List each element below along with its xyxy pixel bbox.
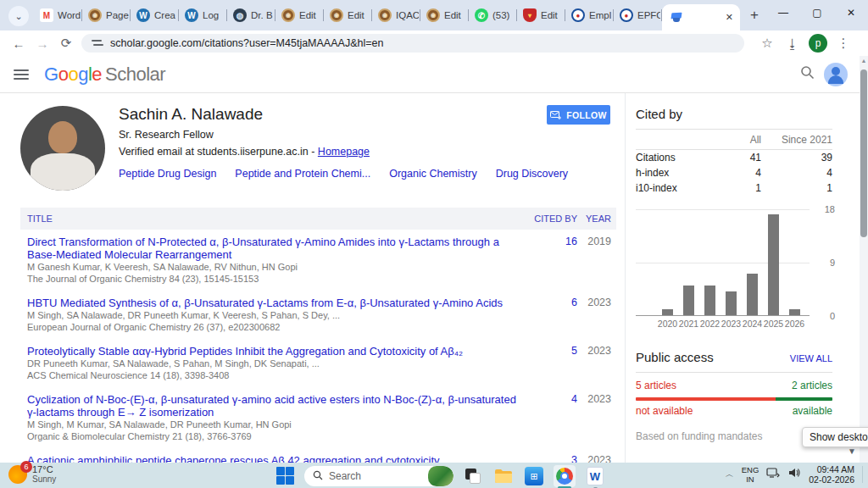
interest-link[interactable]: Organic Chemistry [389, 168, 477, 180]
forward-button[interactable]: → [31, 36, 54, 51]
chart-bar-2023[interactable] [721, 208, 742, 315]
interest-link[interactable]: Drug Discovery [496, 168, 568, 180]
google-scholar-logo[interactable]: GoogleScholar [44, 64, 165, 86]
taskbar-search-box[interactable]: Search [304, 466, 453, 486]
close-button[interactable]: ✕ [834, 0, 868, 25]
url-text: scholar.google.com/citations?user=M45tja… [110, 37, 383, 49]
search-highlight-image[interactable] [428, 466, 453, 486]
browser-profile-avatar[interactable]: p [809, 34, 827, 53]
menu-hamburger-icon[interactable] [14, 67, 29, 82]
volume-icon[interactable] [787, 466, 801, 483]
scholar-header: GoogleScholar [0, 56, 868, 93]
chart-bar-2022[interactable] [699, 208, 721, 315]
word-icon[interactable]: W [584, 465, 606, 487]
profile-photo[interactable] [20, 106, 105, 191]
site-logo-icon: ◉ [378, 8, 392, 22]
account-avatar[interactable] [824, 63, 848, 86]
scroll-up-arrow[interactable]: ▲ [860, 58, 868, 64]
article-cited-count[interactable]: 5 [525, 345, 577, 381]
article-cited-count[interactable]: 6 [525, 297, 577, 333]
system-tray: ︿ ENG IN 09:44 AM 02-02-2026 [726, 464, 863, 485]
browser-tab[interactable]: ◉ Edit [420, 4, 469, 26]
homepage-link[interactable]: Homepage [318, 146, 370, 158]
follow-button[interactable]: FOLLOW [547, 105, 610, 125]
column-divider [625, 93, 626, 463]
scrollbar-thumb[interactable] [860, 69, 867, 237]
article-title-link[interactable]: Proteolytically Stable ααγ-Hybrid Peptid… [27, 345, 516, 358]
search-icon[interactable] [790, 65, 824, 83]
browser-tab[interactable]: ◉ Edit [324, 4, 372, 26]
ytick-9: 9 [816, 258, 835, 268]
browser-tab[interactable]: ◉ IQAC [372, 4, 420, 26]
task-view-icon[interactable] [462, 465, 484, 487]
new-tab-button[interactable]: + [750, 7, 759, 24]
article-title-link[interactable]: Direct Transformation of N-Protected α, … [27, 236, 516, 261]
article-row: Cyclization of N-Boc-(E)-α, β-unsaturate… [20, 387, 616, 448]
column-year[interactable]: YEAR [577, 214, 616, 224]
chrome-icon[interactable] [554, 465, 576, 487]
bookmark-star-icon[interactable]: ☆ [754, 36, 780, 51]
back-button[interactable]: ← [7, 36, 31, 51]
page-scrollbar[interactable]: ▲ [860, 56, 868, 463]
article-cited-count[interactable]: 4 [525, 393, 577, 442]
microsoft-store-icon[interactable]: ⊞ [523, 465, 545, 487]
site-settings-icon[interactable] [92, 38, 103, 48]
chart-bar-2025[interactable] [763, 208, 784, 315]
browser-tab[interactable]: ✆ (53) [469, 4, 517, 26]
ytick-18: 18 [816, 204, 835, 214]
article-cited-count[interactable]: 3 [525, 454, 577, 463]
tab-search-chevron-icon[interactable]: ⌄ [8, 6, 29, 26]
chart-year-label: 2020 [657, 319, 678, 329]
chart-bar-2024[interactable] [742, 208, 763, 315]
article-title-link[interactable]: A cationic amphiphilic peptide chaperone… [27, 454, 516, 463]
article-cited-count[interactable]: 16 [525, 236, 577, 285]
articles-list: Direct Transformation of N-Protected α, … [20, 230, 616, 463]
interest-link[interactable]: Peptide and Protein Chemi... [235, 168, 370, 180]
browser-tab[interactable]: W Log [179, 4, 227, 26]
publications-table-header: TITLE CITED BY YEAR [20, 208, 616, 230]
page-content: Sachin A. Nalawade Sr. Research Fellow V… [0, 93, 868, 463]
show-desktop-divider[interactable] [862, 466, 863, 483]
taskbar: 6 17°C Sunny Search ⊞ W ︿ E [0, 463, 868, 488]
not-available-label: not available [636, 405, 693, 417]
chart-year-label: 2024 [742, 319, 763, 329]
file-explorer-icon[interactable] [492, 465, 515, 487]
chart-bar-2026[interactable] [784, 208, 805, 315]
tray-chevron-icon[interactable]: ︿ [726, 469, 734, 480]
start-button[interactable] [275, 466, 296, 486]
clock[interactable]: 09:44 AM 02-02-2026 [809, 464, 854, 485]
article-title-link[interactable]: HBTU Mediated Synthesis of α, β-Unsatura… [27, 297, 516, 309]
metric-row-i10-index: i10-index 1 1 [636, 180, 832, 196]
interest-link[interactable]: Peptide Drug Design [119, 168, 216, 180]
chart-year-label: 2021 [678, 319, 699, 329]
browser-tab[interactable]: ● EPFO [614, 4, 662, 26]
browser-tab[interactable]: W Crea [131, 4, 179, 26]
browser-menu-icon[interactable]: ⋮ [831, 36, 856, 51]
tooltip-arrow-icon: ▼ [848, 446, 856, 456]
profile-title: Sr. Research Fellow [119, 129, 534, 141]
weather-widget[interactable]: 6 17°C Sunny [8, 464, 56, 484]
browser-tab[interactable]: M Word [34, 4, 82, 26]
view-all-link[interactable]: VIEW ALL [790, 353, 832, 363]
browser-tab[interactable]: ● Empl [565, 4, 614, 26]
tabs-container: M Word ◉ Page W Crea W Log ◍ Dr. B ◉ Edi… [34, 4, 662, 30]
minimize-button[interactable]: — [766, 0, 800, 25]
maximize-button[interactable]: ▢ [800, 0, 834, 25]
wordpress-icon: W [136, 8, 150, 22]
chart-bar-2020[interactable] [657, 208, 678, 315]
download-icon[interactable]: ⭳ [780, 36, 805, 51]
browser-tab[interactable]: ◉ Edit [275, 4, 324, 26]
language-indicator[interactable]: ENG IN [742, 465, 760, 484]
browser-tab[interactable]: ◉ Page [82, 4, 131, 26]
network-icon[interactable] [766, 466, 780, 483]
tab-close-icon[interactable]: ✕ [721, 10, 738, 25]
column-title[interactable]: TITLE [20, 214, 525, 224]
address-bar[interactable]: scholar.google.com/citations?user=M45tja… [81, 34, 744, 53]
article-title-link[interactable]: Cyclization of N-Boc-(E)-α, β-unsaturate… [27, 393, 516, 419]
active-tab-scholar[interactable]: ✕ [662, 4, 740, 30]
chart-bar-2021[interactable] [678, 208, 699, 315]
browser-tab[interactable]: ◍ Dr. B [227, 4, 275, 26]
browser-tab[interactable]: ▾ Edit [517, 4, 565, 26]
reload-button[interactable]: ⟳ [54, 36, 78, 51]
column-cited-by[interactable]: CITED BY [525, 214, 577, 224]
